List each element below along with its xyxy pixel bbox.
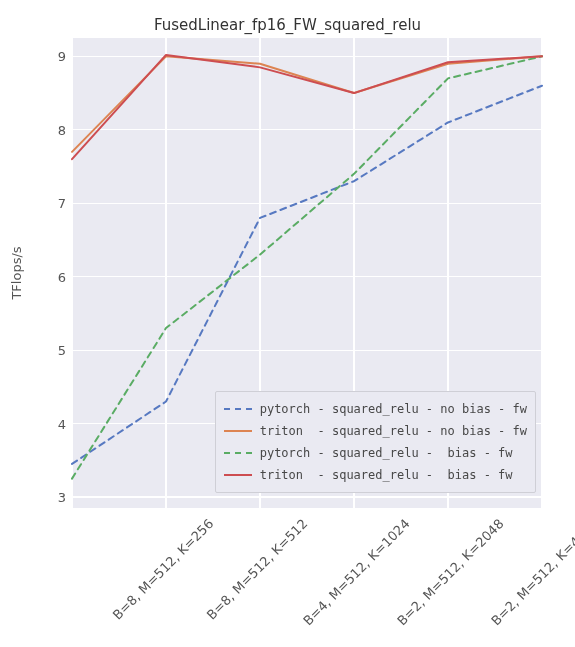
- chart-title: FusedLinear_fp16_FW_squared_relu: [0, 16, 575, 34]
- y-tick-label: 4: [36, 416, 66, 431]
- y-tick-label: 6: [36, 269, 66, 284]
- legend-swatch: [224, 452, 252, 454]
- y-tick-label: 7: [36, 196, 66, 211]
- y-tick-label: 9: [36, 49, 66, 64]
- y-tick-label: 5: [36, 343, 66, 358]
- chart-figure: FusedLinear_fp16_FW_squared_relu TFlops/…: [0, 0, 575, 647]
- legend-row: pytorch - squared_relu - no bias - fw: [224, 398, 527, 420]
- legend-row: triton - squared_relu - no bias - fw: [224, 420, 527, 442]
- legend: pytorch - squared_relu - no bias - fwtri…: [215, 391, 536, 493]
- legend-row: triton - squared_relu - bias - fw: [224, 464, 527, 486]
- y-tick-label: 8: [36, 122, 66, 137]
- legend-swatch: [224, 474, 252, 476]
- legend-label: triton - squared_relu - no bias - fw: [260, 424, 527, 438]
- series-line: [72, 56, 542, 151]
- x-tick-label: B=2, M=512, K=4096: [488, 516, 575, 628]
- legend-swatch: [224, 408, 252, 410]
- x-tick-label: B=8, M=512, K=256: [110, 516, 217, 623]
- legend-label: triton - squared_relu - bias - fw: [260, 468, 513, 482]
- legend-row: pytorch - squared_relu - bias - fw: [224, 442, 527, 464]
- x-tick-label: B=2, M=512, K=2048: [394, 516, 506, 628]
- legend-label: pytorch - squared_relu - bias - fw: [260, 446, 513, 460]
- legend-label: pytorch - squared_relu - no bias - fw: [260, 402, 527, 416]
- series-line: [72, 55, 542, 159]
- x-tick-label: B=4, M=512, K=1024: [300, 516, 412, 628]
- y-axis-ticks: 3456789: [0, 38, 72, 508]
- legend-swatch: [224, 430, 252, 432]
- x-tick-label: B=8, M=512, K=512: [204, 516, 311, 623]
- y-tick-label: 3: [36, 489, 66, 504]
- plot-area: pytorch - squared_relu - no bias - fwtri…: [72, 38, 542, 508]
- x-axis-ticks: B=8, M=512, K=256B=8, M=512, K=512B=4, M…: [72, 512, 542, 647]
